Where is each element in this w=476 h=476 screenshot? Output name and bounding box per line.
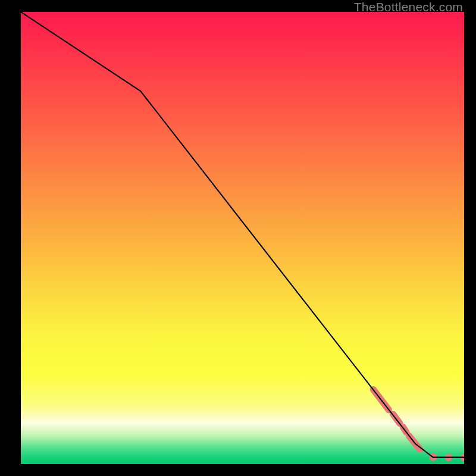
chart-plot [21, 12, 464, 464]
gradient-background [21, 12, 464, 464]
chart-stage: TheBottleneck.com [0, 0, 476, 476]
